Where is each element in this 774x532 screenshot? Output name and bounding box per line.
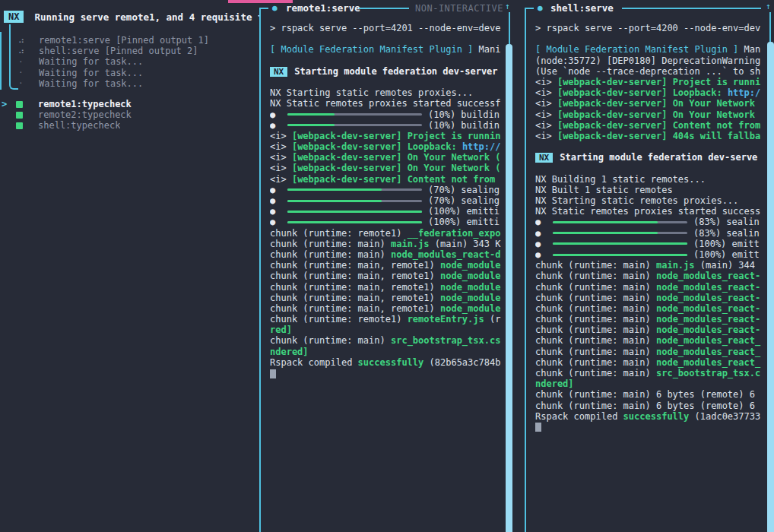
terminal-line: NX Starting static remotes proxies...: [535, 195, 766, 206]
terminal-line: chunk (runtime: main) node_modules_react…: [535, 282, 766, 293]
task-row[interactable]: >remote1:typecheck: [0, 99, 259, 109]
scrollbar-shell: ↑: [763, 0, 774, 532]
text-segment: (node:35772) [DEP0180] DeprecationWarnin…: [535, 55, 760, 66]
blank-line: [270, 55, 503, 66]
progress-line: ●(70%) sealing: [270, 195, 503, 206]
non-interactive-label: NON-INTERACTIVE: [415, 3, 503, 14]
scroll-up-icon[interactable]: ↑: [505, 2, 510, 11]
text-segment: Rspack compiled: [535, 411, 623, 422]
progress-bullet-icon: ●: [270, 195, 287, 206]
terminal-line: NX Building 1 static remotes...: [535, 174, 766, 185]
terminal-line: chunk (runtime: main) node_modules_react…: [535, 335, 766, 346]
progress-label: (70%) sealing: [428, 185, 500, 195]
text-segment: red]: [270, 325, 292, 335]
terminal-line: <i> [webpack-dev-server] Loopback: http:…: [270, 141, 503, 152]
text-segment: [webpack-dev-server]: [557, 120, 673, 131]
terminal-output[interactable]: > rspack serve --port=4201 --node-env=de…: [270, 23, 503, 528]
nx-terminal-ui: NXRunning serve remote1, and 4 requisite…: [0, 0, 774, 532]
task-row[interactable]: ⠴shell:serve [Pinned output 2]: [0, 46, 259, 56]
text-segment: [webpack-dev-server]: [557, 77, 673, 87]
running-task-group: ⠴remote1:serve [Pinned output 1]⠴shell:s…: [0, 35, 259, 89]
scrollbar-track[interactable]: [509, 12, 510, 44]
progress-line: ●(83%) sealin: [535, 217, 766, 227]
text-segment: <i>: [535, 109, 557, 120]
text-segment: chunk (runtime: main): [535, 303, 656, 314]
task-row[interactable]: ·Waiting for task...: [0, 56, 259, 67]
terminal-line: Rspack compiled successfully (1adc0e3773…: [535, 411, 766, 422]
text-segment: chunk (runtime: main, remote1): [270, 260, 440, 271]
pane-title[interactable]: remote1:serve: [286, 2, 360, 14]
progress-line: ●(10%) buildin: [270, 109, 503, 120]
task-row[interactable]: ⠴remote1:serve [Pinned output 1]: [0, 35, 259, 46]
task-row[interactable]: ·Waiting for task...: [0, 78, 259, 89]
task-list-header: NXRunning serve remote1, and 4 requisite…: [4, 11, 259, 23]
text-segment: chunk (runtime: main) 6 bytes (remote) 6: [535, 401, 755, 411]
selected-caret-icon: >: [2, 99, 7, 109]
text-segment: [webpack-dev-server]: [292, 152, 408, 163]
progress-line: ●(100%) emitti: [270, 206, 503, 217]
progress-line: ●(10%) buildin: [270, 120, 503, 131]
scroll-up-icon[interactable]: ↑: [766, 2, 771, 11]
progress-bar: [287, 221, 422, 223]
text-segment: <i>: [270, 174, 292, 185]
nx-badge: NX: [4, 11, 24, 23]
terminal-line: NX Static remotes proxies started succes…: [270, 98, 503, 109]
typecheck-task-group: >remote1:typecheckremote2:typecheckshell…: [0, 99, 259, 131]
pane-title-rule: [359, 8, 409, 9]
scrollbar-thumb[interactable]: [506, 44, 512, 532]
task-row[interactable]: ·Waiting for task...: [0, 68, 259, 78]
progress-label: (100%) emitt: [693, 239, 760, 249]
text-segment: ndered]: [270, 347, 309, 357]
text-segment: > rspack serve --port=4201 --node-env=de…: [270, 23, 500, 33]
pane-title[interactable]: shell:serve: [550, 2, 614, 14]
progress-line: ●(100%) emitt: [535, 249, 766, 260]
text-segment: chunk (runtime: main): [535, 357, 656, 368]
text-segment: chunk (runtime: remote1): [270, 314, 408, 325]
progress-label: (100%) emitti: [428, 206, 500, 217]
text-segment: NX Static remotes proxies started succes…: [270, 98, 500, 109]
text-segment: <i>: [535, 98, 557, 109]
text-segment: <i>: [270, 152, 292, 163]
blank-line: [270, 77, 503, 87]
text-segment: Content not from: [408, 174, 496, 185]
task-label: shell:serve [Pinned output 2]: [39, 46, 198, 56]
nx-badge: NX: [270, 67, 287, 77]
progress-bar-fill: [287, 211, 422, 213]
terminal-output[interactable]: > rspack serve --port=4200 --node-env=de…: [535, 23, 766, 528]
text-segment: chunk (runtime: main): [270, 249, 391, 260]
text-segment: (1adc0e37733: [689, 411, 760, 422]
terminal-line: red]: [270, 325, 503, 335]
text-segment: node_module: [440, 271, 500, 281]
text-segment: Loopback:: [673, 87, 728, 98]
text-segment: chunk (runtime: main): [535, 335, 656, 346]
terminal-line: chunk (runtime: main) node_modules_react…: [535, 293, 766, 303]
terminal-line: > rspack serve --port=4200 --node-env=de…: [535, 23, 766, 33]
terminal-line: ndered]: [270, 347, 503, 357]
text-segment: chunk (runtime: main) 6 bytes (remote) 6: [535, 389, 755, 400]
terminal-line: > rspack serve --port=4201 --node-env=de…: [270, 23, 503, 33]
progress-bullet-icon: ●: [270, 185, 287, 195]
scrollbar-thumb[interactable]: [767, 42, 774, 532]
text-segment: main.js: [656, 260, 695, 271]
terminal-line: <i> [webpack-dev-server] On Your Network: [535, 98, 766, 109]
terminal-line: chunk (runtime: main) src_bootstrap_tsx.…: [270, 335, 503, 346]
text-segment: Mani: [479, 44, 501, 55]
text-segment: On Your Network: [673, 109, 755, 120]
progress-bar: [287, 124, 422, 126]
terminal-line: [ Module Federation Manifest Plugin ] Ma…: [535, 44, 766, 55]
terminal-line: ndered]: [535, 378, 766, 389]
terminal-line: [ Module Federation Manifest Plugin ] Ma…: [270, 44, 503, 55]
terminal-line: chunk (runtime: remote1) remoteEntry.js …: [270, 314, 503, 325]
progress-bar-fill: [553, 254, 687, 256]
task-row[interactable]: shell:typecheck: [0, 120, 259, 131]
text-segment: Loopback:: [408, 141, 462, 152]
progress-bullet-icon: ●: [270, 217, 287, 227]
task-row[interactable]: remote2:typecheck: [0, 109, 259, 120]
scrollbar-track[interactable]: [769, 12, 771, 43]
text-segment: (Use `node --trace-deprecation ...` to s…: [535, 66, 760, 77]
text-segment: node_modules_react_: [656, 357, 760, 368]
terminal-line: NX Starting static remotes proxies...: [270, 87, 503, 98]
progress-line: ●(100%) emitti: [270, 217, 503, 227]
badge-message: Starting module federation dev-serve: [560, 152, 757, 163]
text-segment: successfully: [358, 357, 424, 368]
